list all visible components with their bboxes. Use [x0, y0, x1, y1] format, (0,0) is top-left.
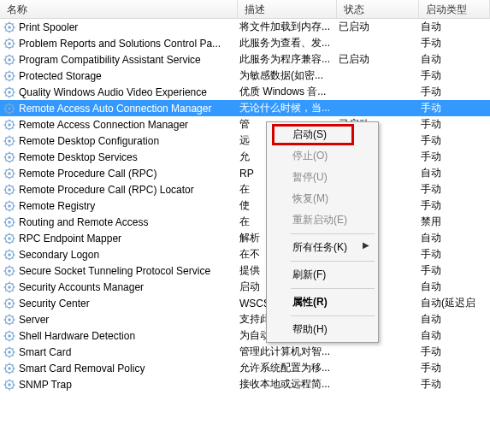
svg-point-71	[8, 139, 11, 143]
svg-line-138	[12, 234, 13, 235]
table-row[interactable]: Secondary Logon在不手动	[0, 246, 490, 262]
gear-icon	[3, 346, 15, 358]
service-name-cell[interactable]: Remote Registry	[0, 200, 238, 212]
service-name-label: Server	[19, 314, 49, 326]
table-row[interactable]: Protected Storage为敏感数据(如密...手动	[0, 68, 490, 84]
table-row[interactable]: Smart Card管理此计算机对智...手动	[0, 344, 490, 360]
menu-start[interactable]: 启动(S)	[269, 124, 376, 145]
table-row[interactable]: Shell Hardware Detection为自动播放硬件事...已启动自动	[0, 327, 490, 344]
service-name-cell[interactable]: Program Compatibility Assistant Service	[0, 54, 238, 66]
menu-help[interactable]: 帮助(H)	[269, 319, 376, 340]
service-start-cell: 手动	[419, 85, 490, 99]
table-row[interactable]: SNMP Trap接收本地或远程简...手动	[0, 376, 490, 392]
svg-line-18	[12, 39, 13, 40]
service-name-cell[interactable]: Secure Socket Tunneling Protocol Service	[0, 265, 238, 277]
svg-line-38	[12, 72, 13, 73]
service-name-label: SNMP Trap	[19, 379, 72, 391]
table-row[interactable]: Problem Reports and Solutions Control Pa…	[0, 35, 490, 51]
svg-line-116	[5, 202, 6, 203]
menu-properties-label: 属性(R)	[292, 296, 328, 308]
svg-line-17	[12, 46, 13, 47]
table-row[interactable]: Quality Windows Audio Video Experience优质…	[0, 84, 490, 100]
svg-line-169	[5, 290, 6, 291]
svg-line-216	[5, 364, 6, 365]
service-name-cell[interactable]: Smart Card Removal Policy	[0, 363, 238, 374]
svg-line-196	[5, 332, 6, 333]
svg-line-166	[5, 283, 6, 284]
service-name-cell[interactable]: Remote Desktop Services	[0, 151, 238, 163]
table-row[interactable]: Remote Procedure Call (RPC) Locator在手动	[0, 181, 490, 197]
service-name-cell[interactable]: Remote Access Auto Connection Manager	[0, 103, 238, 115]
table-row[interactable]: Remote Desktop Configuration远手动	[0, 133, 490, 149]
service-name-label: Smart Card Removal Policy	[19, 363, 145, 374]
service-desc-cell: 无论什么时候，当...	[238, 101, 337, 115]
service-name-cell[interactable]: Print Spooler	[0, 21, 238, 33]
svg-line-208	[12, 348, 13, 349]
service-name-cell[interactable]: Shell Hardware Detection	[0, 330, 238, 342]
svg-line-47	[12, 95, 13, 96]
menu-divider	[291, 288, 375, 289]
service-name-cell[interactable]: Security Center	[0, 298, 238, 309]
service-name-cell[interactable]: Smart Card	[0, 346, 238, 358]
table-row[interactable]: RPC Endpoint Mapper解析已启动自动	[0, 230, 490, 246]
service-name-label: RPC Endpoint Mapper	[19, 233, 121, 245]
menu-all-tasks[interactable]: 所有任务(K) ▶	[269, 237, 376, 258]
column-desc-header[interactable]: 描述	[238, 0, 337, 18]
service-name-label: Quality Windows Audio Video Experience	[19, 86, 207, 98]
service-name-cell[interactable]: Secondary Logon	[0, 249, 238, 261]
service-name-cell[interactable]: Remote Procedure Call (RPC) Locator	[0, 184, 238, 196]
service-start-cell: 手动	[419, 68, 490, 83]
service-start-cell: 手动	[419, 247, 490, 262]
table-row[interactable]: Remote Access Connection Manager管已启动手动	[0, 116, 490, 133]
table-row[interactable]: Security Accounts Manager启动已启动自动	[0, 279, 490, 295]
gear-icon	[3, 70, 15, 82]
table-row[interactable]: Server支持此计算机通过...已启动自动	[0, 311, 490, 327]
table-row[interactable]: Remote Access Auto Connection Manager无论什…	[0, 100, 490, 116]
svg-point-101	[8, 188, 11, 192]
service-start-cell: 自动(延迟启	[419, 296, 490, 310]
table-row[interactable]: Remote Procedure Call (RPC)RP已启动自动	[0, 165, 490, 181]
service-name-cell[interactable]: Problem Reports and Solutions Control Pa…	[0, 38, 238, 50]
table-row[interactable]: Remote Desktop Services允手动	[0, 149, 490, 165]
svg-line-198	[12, 332, 13, 333]
svg-point-171	[8, 302, 11, 305]
service-start-cell: 手动	[419, 133, 490, 148]
service-name-cell[interactable]: Remote Procedure Call (RPC)	[0, 168, 238, 180]
table-row[interactable]: Smart Card Removal Policy允许系统配置为移...手动	[0, 360, 490, 376]
service-name-cell[interactable]: Quality Windows Audio Video Experience	[0, 86, 238, 98]
service-name-cell[interactable]: SNMP Trap	[0, 379, 238, 391]
service-name-cell[interactable]: Server	[0, 314, 238, 326]
column-status-header[interactable]: 状态	[337, 0, 419, 18]
svg-line-66	[5, 121, 6, 121]
svg-line-187	[12, 322, 13, 323]
service-name-cell[interactable]: Remote Access Connection Manager	[0, 119, 238, 131]
svg-line-219	[5, 371, 6, 372]
table-row[interactable]: Program Compatibility Assistant Service此…	[0, 51, 490, 68]
table-row[interactable]: Secure Socket Tunneling Protocol Service…	[0, 262, 490, 279]
table-row[interactable]: Remote Registry使手动	[0, 197, 490, 214]
column-start-header[interactable]: 启动类型	[419, 0, 490, 18]
service-name-cell[interactable]: RPC Endpoint Mapper	[0, 233, 238, 245]
service-name-cell[interactable]: Security Accounts Manager	[0, 281, 238, 293]
service-start-cell: 自动	[419, 328, 490, 343]
svg-point-121	[8, 221, 11, 224]
svg-line-159	[5, 274, 6, 274]
svg-line-59	[5, 111, 6, 112]
service-name-cell[interactable]: Remote Desktop Configuration	[0, 135, 238, 147]
table-row[interactable]: Print Spooler将文件加载到内存...已启动自动	[0, 19, 490, 35]
menu-refresh[interactable]: 刷新(F)	[269, 264, 376, 286]
svg-point-11	[8, 42, 11, 45]
svg-line-209	[5, 355, 6, 356]
table-row[interactable]: Routing and Remote Access在禁用	[0, 214, 490, 230]
service-status-cell: 已启动	[337, 52, 419, 67]
menu-properties[interactable]: 属性(R)	[269, 292, 376, 313]
service-name-cell[interactable]: Protected Storage	[0, 70, 238, 82]
svg-line-109	[5, 192, 6, 193]
service-name-cell[interactable]: Routing and Remote Access	[0, 216, 238, 228]
gear-icon	[3, 151, 15, 163]
svg-line-26	[5, 56, 6, 56]
svg-line-106	[5, 186, 6, 186]
column-name-header[interactable]: 名称	[0, 0, 238, 18]
svg-line-177	[12, 306, 13, 307]
table-row[interactable]: Security CenterWSCSVC(Windo...已启动自动(延迟启	[0, 295, 490, 311]
